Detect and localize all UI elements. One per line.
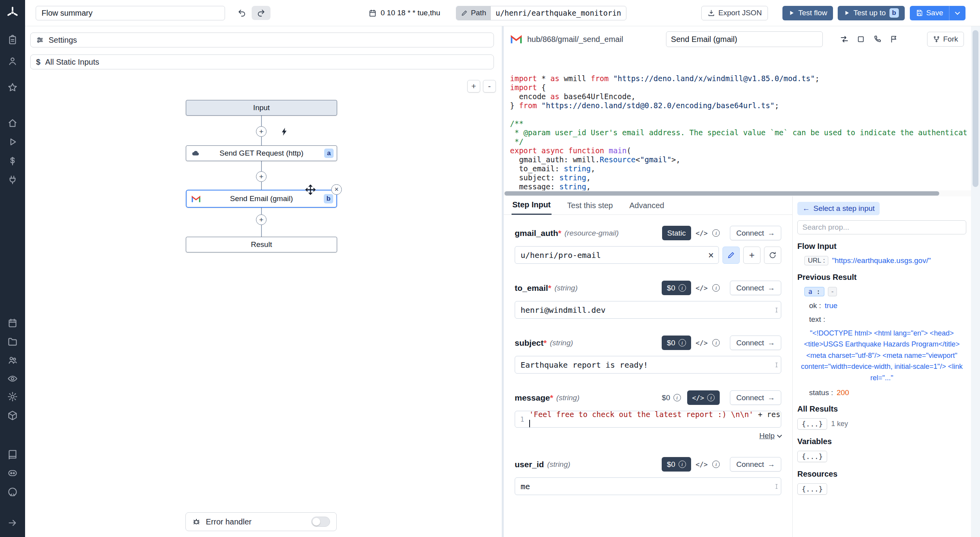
scrollbar-thumb[interactable] — [973, 30, 978, 187]
tab-advanced[interactable]: Advanced — [628, 201, 665, 214]
all-results-object-chip[interactable]: {...} — [797, 418, 827, 430]
insert-step-button[interactable] — [256, 171, 267, 182]
test-up-to-button[interactable]: Test up to b — [838, 6, 904, 20]
step-name-input[interactable] — [666, 31, 823, 47]
help-link[interactable]: Help — [759, 432, 775, 440]
code-editor[interactable]: import * as wmill from "https://deno.lan… — [504, 52, 971, 196]
resources-object-chip[interactable]: {...} — [797, 483, 827, 495]
static-inputs-bar[interactable]: $ All Static Inputs — [30, 54, 494, 69]
zoom-out-button[interactable]: - — [483, 80, 496, 93]
variables-object-chip[interactable]: {...} — [797, 451, 827, 462]
info-icon[interactable] — [712, 281, 720, 295]
resource-picker-input[interactable]: u/henri/pro-email — [515, 246, 719, 264]
error-handler-row[interactable]: Error handler — [185, 512, 337, 531]
error-handler-toggle[interactable] — [311, 517, 330, 527]
star-icon[interactable] — [7, 82, 18, 93]
fork-button[interactable]: Fork — [927, 32, 964, 47]
prop-row-text[interactable]: text — [797, 315, 966, 324]
connect-button[interactable]: Connect — [730, 390, 781, 405]
insert-step-button[interactable] — [256, 214, 267, 225]
flow-summary-input[interactable] — [36, 6, 225, 20]
mode-expr-button[interactable]: $0 — [660, 390, 682, 405]
square-icon[interactable] — [856, 34, 866, 44]
flow-path-control[interactable]: Path u/henri/earthquake_monitorin — [456, 6, 626, 20]
phone-icon[interactable] — [872, 34, 882, 44]
ibeam-icon — [773, 482, 780, 491]
flow-node-http[interactable]: Send GET Request (http) a — [186, 145, 337, 161]
eye-icon[interactable] — [7, 374, 18, 384]
user-id-input[interactable]: me — [515, 477, 781, 495]
windmill-logo[interactable] — [6, 6, 19, 19]
mode-static-button[interactable]: Static — [662, 226, 691, 240]
to-email-input[interactable]: henri@windmill.dev — [515, 301, 781, 319]
tab-test-this-step[interactable]: Test this step — [566, 201, 614, 214]
add-resource-button[interactable] — [743, 247, 760, 264]
prop-row-a[interactable]: a - — [797, 287, 966, 296]
book-icon[interactable] — [7, 449, 18, 459]
expand-sidebar-arrow-icon[interactable] — [7, 518, 18, 528]
code-mode-icon[interactable] — [696, 457, 708, 472]
prop-value-text[interactable]: "<!DOCTYPE html> <html lang="en"> <head>… — [797, 328, 966, 383]
code-mode-button-active[interactable] — [687, 390, 720, 405]
tab-step-input[interactable]: Step Input — [512, 200, 552, 215]
flow-node-result[interactable]: Result — [186, 237, 337, 252]
calendar-icon[interactable] — [7, 318, 18, 328]
edit-resource-button[interactable] — [722, 247, 740, 264]
prop-row-status[interactable]: status 200 — [797, 388, 966, 397]
connect-button[interactable]: Connect — [730, 457, 781, 472]
info-icon[interactable] — [712, 226, 720, 240]
dollar-icon[interactable] — [7, 156, 18, 166]
code-horizontal-scrollbar[interactable] — [504, 190, 971, 196]
connect-button[interactable]: Connect — [730, 336, 781, 350]
subject-input[interactable]: Earthquake report is ready! — [515, 356, 781, 374]
info-icon[interactable] — [712, 336, 720, 350]
plug-icon[interactable] — [7, 175, 18, 185]
users-group-icon[interactable] — [7, 355, 18, 365]
discord-icon[interactable] — [7, 468, 18, 478]
mode-expr-button[interactable]: $0 — [662, 457, 691, 472]
clipboard-icon[interactable] — [7, 35, 18, 45]
code-mode-icon[interactable] — [696, 226, 708, 240]
flag-icon[interactable] — [889, 34, 899, 44]
code-mode-icon[interactable] — [696, 336, 708, 350]
code-mode-icon[interactable] — [696, 281, 708, 295]
close-icon[interactable] — [331, 184, 342, 195]
save-menu-button[interactable] — [949, 6, 965, 20]
prop-row-ok[interactable]: ok true — [797, 301, 966, 310]
select-step-input-button[interactable]: Select a step input — [797, 202, 880, 215]
schedule-cron[interactable]: 0 10 18 * * tue,thu — [368, 9, 440, 17]
mode-expr-button[interactable]: $0 — [662, 281, 691, 295]
redo-button[interactable] — [252, 6, 270, 20]
insert-step-button[interactable] — [256, 126, 267, 137]
flow-node-input[interactable]: Input — [186, 100, 337, 116]
scrollbar-thumb[interactable] — [505, 191, 939, 196]
search-prop-input[interactable] — [797, 220, 966, 234]
move-cross-icon[interactable] — [305, 184, 316, 195]
home-icon[interactable] — [7, 118, 18, 128]
flow-settings-bar[interactable]: Settings — [30, 33, 494, 47]
lightning-icon[interactable] — [280, 127, 289, 136]
connect-button[interactable]: Connect — [730, 281, 781, 295]
mode-expr-button[interactable]: $0 — [662, 336, 691, 350]
folder-icon[interactable] — [7, 337, 18, 347]
cube-icon[interactable] — [7, 410, 18, 421]
gear-icon[interactable] — [7, 392, 18, 402]
clear-icon[interactable] — [708, 250, 714, 260]
prop-row-url[interactable]: URL "https://earthquake.usgs.gov/" — [797, 256, 966, 265]
connect-button[interactable]: Connect — [730, 226, 781, 240]
zoom-in-button[interactable]: + — [467, 80, 480, 93]
refresh-resource-button[interactable] — [764, 247, 781, 264]
save-button[interactable]: Save — [910, 6, 949, 20]
github-icon[interactable] — [7, 487, 18, 497]
expression-help[interactable]: Help — [515, 432, 781, 440]
user-icon[interactable] — [7, 56, 18, 66]
info-icon[interactable] — [712, 457, 720, 472]
undo-button[interactable] — [234, 6, 249, 20]
cron-text: 0 10 18 * * tue,thu — [381, 9, 440, 17]
swap-arrows-icon[interactable] — [839, 34, 849, 44]
vertical-scrollbar[interactable] — [971, 26, 980, 537]
test-flow-button[interactable]: Test flow — [782, 6, 833, 20]
export-json-button[interactable]: Export JSON — [701, 6, 768, 20]
play-icon[interactable] — [7, 137, 18, 147]
message-expression-editor[interactable]: 1 'Feel free to check out the latest rep… — [515, 411, 781, 428]
